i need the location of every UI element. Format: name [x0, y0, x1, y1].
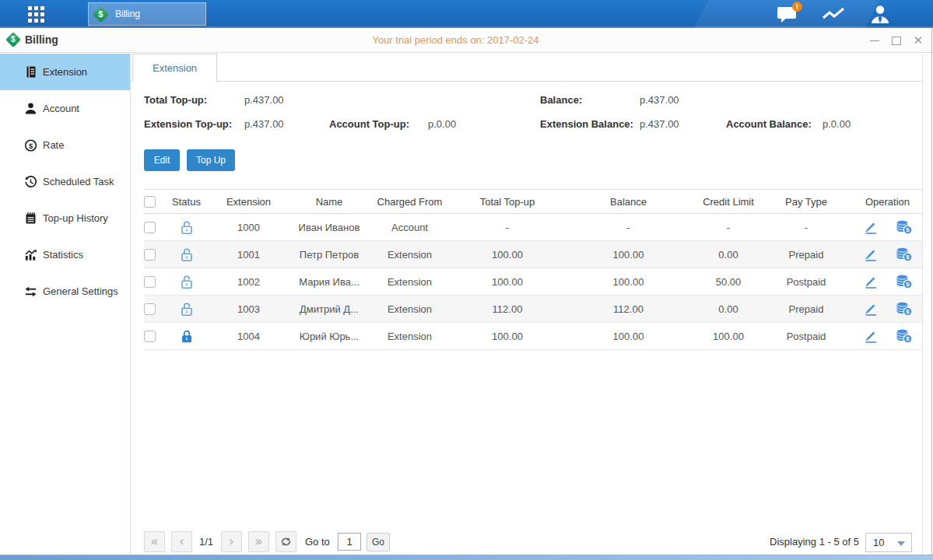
topup-coins-icon[interactable]: $ — [896, 301, 913, 317]
window-title-bar: $ Billing Your trial period ends on: 201… — [0, 28, 933, 53]
app-grid-icon[interactable] — [28, 6, 56, 23]
rate-icon: $ — [24, 138, 37, 152]
sidebar-item-account[interactable]: Account — [0, 90, 130, 127]
cell-total-topup: 100.00 — [454, 268, 560, 296]
sidebar: ExtensionAccount$RateScheduled TaskTop-u… — [0, 54, 131, 555]
refresh-button[interactable] — [275, 531, 296, 552]
top-up-button[interactable]: Top Up — [187, 149, 235, 171]
page-size-select[interactable]: 10 — [865, 533, 912, 552]
col-extension: Extension — [204, 190, 293, 214]
row-checkbox[interactable] — [144, 249, 156, 261]
table-header-row: Status Extension Name Charged From Total… — [144, 190, 923, 214]
sidebar-item-statistics[interactable]: Statistics — [0, 236, 130, 273]
lock-open-icon — [180, 302, 194, 317]
edit-pencil-icon[interactable] — [863, 247, 879, 262]
edit-pencil-icon[interactable] — [863, 328, 879, 344]
page-size-value: 10 — [873, 537, 884, 548]
edit-pencil-icon[interactable] — [863, 219, 879, 235]
account-topup-value: p.0.00 — [428, 118, 456, 130]
sidebar-item-label: Account — [43, 103, 79, 114]
go-button[interactable]: Go — [367, 533, 390, 551]
statistics-chart-icon[interactable] — [822, 2, 845, 26]
sidebar-item-extension[interactable]: Extension — [0, 54, 130, 90]
taskbar-billing-tab[interactable]: $ Billing — [88, 2, 206, 26]
topup-coins-icon[interactable]: $ — [896, 219, 913, 235]
topup-coins-icon[interactable]: $ — [896, 328, 913, 344]
col-charged-from: Charged From — [365, 190, 454, 214]
cell-name: Мария Ива... — [293, 268, 365, 296]
trial-notice: Your trial period ends on: 2017-02-24 — [0, 34, 911, 46]
cell-extension: 1001 — [204, 241, 293, 268]
sidebar-item-rate[interactable]: $Rate — [0, 127, 130, 163]
desktop-top-bar: $ Billing ! — [0, 0, 933, 28]
prev-page-button[interactable]: ‹ — [171, 531, 192, 552]
col-status: Status — [169, 190, 204, 214]
cell-extension: 1000 — [204, 214, 293, 241]
svg-text:$: $ — [906, 335, 910, 342]
tab-bar: Extension — [131, 54, 923, 82]
cell-credit-limit: 0.00 — [696, 241, 760, 268]
tab-extension[interactable]: Extension — [132, 54, 217, 82]
last-page-button[interactable]: » — [248, 531, 269, 552]
action-buttons: Edit Top Up — [131, 140, 933, 189]
taskbar-tab-label: Billing — [115, 9, 140, 19]
sidebar-item-general-settings[interactable]: General Settings — [0, 273, 130, 310]
extension-balance-value: p.437.00 — [640, 118, 679, 130]
maximize-button[interactable] — [891, 35, 902, 46]
row-checkbox[interactable] — [144, 222, 156, 233]
extension-icon — [24, 65, 37, 79]
sidebar-item-scheduled-task[interactable]: Scheduled Task — [0, 163, 130, 200]
cell-charged-from: Extension — [365, 296, 454, 323]
balance-label: Balance: — [540, 94, 582, 106]
sidebar-item-top-up-history[interactable]: Top-up History — [0, 200, 130, 236]
edit-pencil-icon[interactable] — [863, 301, 879, 317]
minimize-button[interactable] — [869, 35, 880, 46]
billing-app-icon: $ — [93, 5, 109, 22]
select-all-checkbox[interactable] — [144, 196, 156, 208]
page-indicator: 1/1 — [199, 536, 213, 548]
lock-open-icon — [180, 220, 194, 235]
cell-extension: 1003 — [204, 296, 293, 323]
lock-open-icon — [180, 275, 194, 289]
notification-badge: ! — [792, 2, 802, 12]
table-row: 1004Юрий Юрь...Extension100.00100.00100.… — [144, 323, 923, 350]
cell-charged-from: Extension — [365, 323, 454, 350]
row-checkbox[interactable] — [144, 303, 156, 315]
window-right-edge — [931, 28, 932, 555]
col-total-topup: Total Top-up — [454, 190, 560, 214]
first-page-button[interactable]: « — [144, 531, 165, 552]
cell-name: Дмитрий Д... — [293, 296, 365, 323]
scheduled-task-icon — [24, 175, 37, 189]
extension-table: Status Extension Name Charged From Total… — [144, 189, 923, 350]
cell-credit-limit: 0.00 — [696, 296, 760, 323]
goto-label: Go to — [305, 536, 330, 548]
next-page-button[interactable]: › — [221, 531, 242, 552]
main-content: Extension Total Top-up: p.437.00 Balance… — [131, 54, 933, 555]
cell-total-topup: 100.00 — [454, 323, 560, 350]
table-row: 1000Иван ИвановAccount----$ — [144, 214, 923, 241]
goto-page-input[interactable] — [338, 533, 361, 551]
cell-pay-type: Postpaid — [760, 323, 852, 350]
col-name: Name — [293, 190, 365, 214]
account-balance-value: p.0.00 — [823, 118, 851, 130]
cell-total-topup: 100.00 — [454, 241, 560, 268]
topup-coins-icon[interactable]: $ — [896, 274, 913, 289]
row-checkbox[interactable] — [144, 276, 156, 288]
col-balance: Balance — [560, 190, 696, 214]
user-account-icon[interactable] — [868, 2, 892, 26]
edit-pencil-icon[interactable] — [863, 274, 879, 289]
cell-name: Петр Петров — [293, 241, 365, 268]
messages-icon[interactable]: ! — [775, 2, 798, 26]
sidebar-item-label: Rate — [43, 139, 64, 151]
cell-charged-from: Extension — [365, 241, 454, 268]
balance-value: p.437.00 — [640, 94, 679, 106]
col-credit-limit: Credit Limit — [696, 190, 760, 214]
row-checkbox[interactable] — [144, 331, 156, 342]
account-balance-label: Account Balance: — [726, 118, 812, 130]
close-button[interactable]: ✕ — [913, 35, 924, 46]
topup-coins-icon[interactable]: $ — [896, 247, 913, 262]
cell-name: Иван Иванов — [293, 214, 365, 241]
edit-button[interactable]: Edit — [144, 149, 180, 171]
cell-extension: 1004 — [204, 323, 293, 350]
cell-credit-limit: - — [696, 214, 760, 241]
